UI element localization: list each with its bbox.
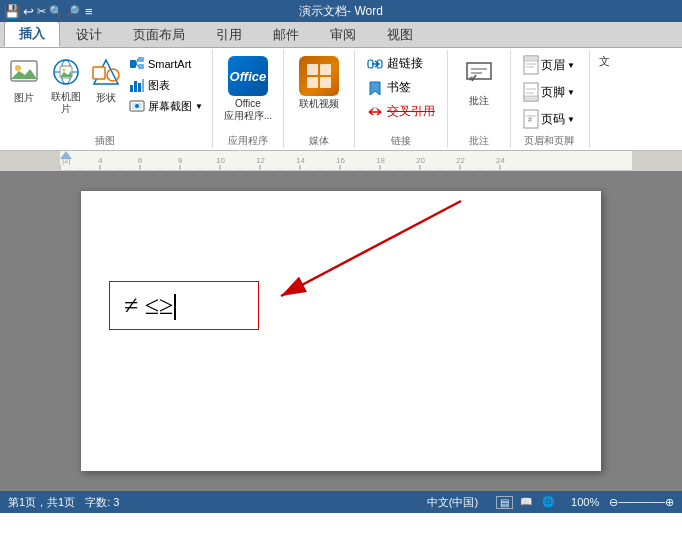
svg-text:22: 22 <box>456 156 465 165</box>
svg-rect-12 <box>130 60 136 68</box>
svg-text:8: 8 <box>178 156 183 165</box>
shapes-button[interactable]: 形状 <box>88 52 124 107</box>
picture-label: 图片 <box>14 91 34 105</box>
svg-text:20: 20 <box>416 156 425 165</box>
svg-text:#: # <box>528 116 532 123</box>
read-mode-icon[interactable]: 📖 <box>517 496 535 509</box>
svg-point-23 <box>135 104 139 108</box>
svg-line-16 <box>136 64 138 66</box>
zoom-slider[interactable]: ⊖──────⊕ <box>609 496 674 509</box>
svg-rect-26 <box>307 77 318 88</box>
svg-text:≠: ≠ <box>469 74 474 83</box>
online-video-label: 联机视频 <box>299 98 339 110</box>
document-area[interactable]: ≠ ≤≥ <box>0 171 682 491</box>
page-number-button[interactable]: # 页码 ▼ <box>519 106 579 132</box>
ribbon-group-app: Office Office应用程序... 应用程序 <box>217 50 284 148</box>
online-video-button[interactable]: 联机视频 <box>292 54 346 112</box>
tab-bar: 插入 设计 页面布局 引用 邮件 审阅 视图 <box>0 22 682 48</box>
chart-button[interactable]: 图表 <box>126 75 206 95</box>
undo-icon[interactable]: ↩ <box>23 4 34 19</box>
page-count[interactable]: 第1页，共1页 <box>8 495 75 510</box>
screenshot-dropdown[interactable]: ▼ <box>195 102 203 111</box>
comment-label: 批注 <box>469 94 489 108</box>
shapes-label: 形状 <box>96 91 116 105</box>
chart-icon <box>129 77 145 93</box>
page-number-icon: # <box>523 109 539 129</box>
scissors-icon[interactable]: ✂ <box>37 5 46 18</box>
tab-reference[interactable]: 引用 <box>201 22 257 47</box>
web-layout-icon[interactable]: 🌐 <box>539 496 557 509</box>
title-bar: 演示文档- Word <box>299 3 383 20</box>
zoom-icon[interactable]: 🔎 <box>66 5 80 18</box>
menu-icon[interactable]: ≡ <box>85 4 93 19</box>
math-symbols: ≠ ≤≥ <box>124 291 173 320</box>
group-label-figure: 插图 <box>4 132 206 148</box>
ruler: |2| 4 6 8 10 12 14 <box>0 151 682 171</box>
ribbon-group-insert-figure: 图片 联机图片 <box>4 50 213 148</box>
chart-label: 图表 <box>148 78 170 93</box>
tab-review[interactable]: 审阅 <box>315 22 371 47</box>
tab-layout[interactable]: 页面布局 <box>118 22 200 47</box>
office-apps-label: Office应用程序... <box>224 98 272 122</box>
footer-icon <box>523 82 539 102</box>
comment-button[interactable]: ≠ 批注 <box>456 54 502 110</box>
ribbon-group-header-footer: 页眉 ▼ 页脚 ▼ # <box>515 50 583 148</box>
zoom-level[interactable]: 100% <box>571 496 599 508</box>
search-icon[interactable]: 🔍 <box>49 5 63 18</box>
svg-point-7 <box>63 69 66 72</box>
ribbon-group-media: 联机视频 媒体 <box>288 50 355 148</box>
screenshot-button[interactable]: 屏幕截图 ▼ <box>126 96 206 116</box>
ribbon-group-link: 超链接 书签 交叉引用 链接 <box>359 50 448 148</box>
svg-rect-17 <box>130 85 133 92</box>
office-apps-button[interactable]: Office Office应用程序... <box>221 54 275 124</box>
svg-text:6: 6 <box>138 156 143 165</box>
footer-dropdown[interactable]: ▼ <box>567 88 575 97</box>
smartart-button[interactable]: SmartArt <box>126 54 206 74</box>
group-label-app: 应用程序 <box>228 132 268 148</box>
online-picture-button[interactable]: 联机图片 <box>46 52 86 117</box>
document-page[interactable]: ≠ ≤≥ <box>81 191 601 471</box>
cross-reference-label: 交叉引用 <box>387 103 435 120</box>
cross-reference-button[interactable]: 交叉引用 <box>363 100 439 123</box>
svg-rect-25 <box>320 64 331 75</box>
svg-line-15 <box>136 59 138 64</box>
header-dropdown[interactable]: ▼ <box>567 61 575 70</box>
svg-text:4: 4 <box>98 156 103 165</box>
svg-rect-40 <box>524 56 538 61</box>
text-button[interactable]: 文 <box>596 52 613 71</box>
svg-rect-10 <box>93 67 105 79</box>
word-count[interactable]: 字数: 3 <box>85 495 119 510</box>
bookmark-button[interactable]: 书签 <box>363 76 439 99</box>
save-icon[interactable]: 💾 <box>4 4 20 19</box>
tab-insert[interactable]: 插入 <box>4 21 60 47</box>
group-label-media: 媒体 <box>309 132 329 148</box>
comment-icon: ≠ <box>464 59 494 89</box>
svg-text:16: 16 <box>336 156 345 165</box>
footer-label: 页脚 <box>541 84 565 101</box>
math-textbox[interactable]: ≠ ≤≥ <box>109 281 259 330</box>
tab-mail[interactable]: 邮件 <box>258 22 314 47</box>
ribbon-group-text: 文 <box>589 50 619 148</box>
tab-view[interactable]: 视图 <box>372 22 428 47</box>
hyperlink-button[interactable]: 超链接 <box>363 52 439 75</box>
cross-ref-icon <box>367 104 383 120</box>
header-button[interactable]: 页眉 ▼ <box>519 52 579 78</box>
group-label-comment: 批注 <box>469 132 489 148</box>
screenshot-label: 屏幕截图 <box>148 99 192 114</box>
screenshot-icon <box>129 98 145 114</box>
footer-button[interactable]: 页脚 ▼ <box>519 79 579 105</box>
svg-rect-20 <box>142 79 144 92</box>
tab-design[interactable]: 设计 <box>61 22 117 47</box>
svg-text:18: 18 <box>376 156 385 165</box>
hyperlink-label: 超链接 <box>387 55 423 72</box>
language[interactable]: 中文(中国) <box>427 495 478 510</box>
office-icon: Office <box>230 69 267 84</box>
svg-text:24: 24 <box>496 156 505 165</box>
page-number-dropdown[interactable]: ▼ <box>567 115 575 124</box>
hyperlink-icon <box>367 56 383 72</box>
picture-button[interactable]: 图片 <box>4 52 44 107</box>
page-number-label: 页码 <box>541 111 565 128</box>
print-layout-icon[interactable]: ▤ <box>496 496 513 509</box>
group-label-link: 链接 <box>391 132 411 148</box>
svg-rect-24 <box>307 64 318 75</box>
